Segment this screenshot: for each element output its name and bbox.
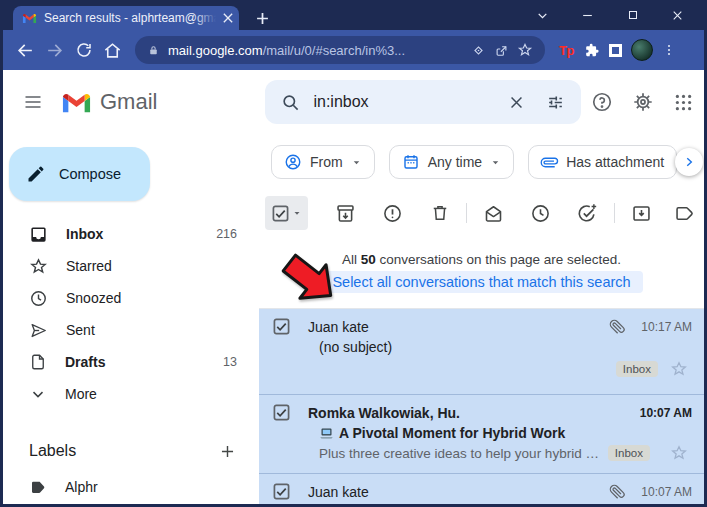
email-row[interactable]: Juan kate 10:07 AM: [259, 474, 704, 504]
extensions-puzzle-icon[interactable]: [583, 42, 600, 59]
back-icon[interactable]: [11, 36, 40, 65]
star-icon: [29, 257, 48, 276]
selection-banner-text: All 50 conversations on this page are se…: [342, 252, 621, 267]
profile-avatar[interactable]: [631, 39, 653, 61]
caret-down-icon: [351, 157, 362, 168]
home-icon[interactable]: [98, 36, 127, 65]
maximize-button[interactable]: [610, 0, 655, 30]
email-row[interactable]: Juan kate 10:17 AM (no subject) Inbox: [259, 309, 704, 395]
delete-button[interactable]: [416, 196, 463, 230]
tab-close-icon[interactable]: [223, 13, 233, 23]
compose-button[interactable]: Compose: [9, 147, 150, 201]
gmail-header: Gmail in:inbox: [3, 70, 704, 134]
paperclip-icon: [541, 154, 558, 171]
extensions-area: Tp: [559, 39, 676, 61]
attachment-icon: [609, 319, 625, 335]
row-checkbox-checked[interactable]: [273, 318, 290, 335]
move-to-button[interactable]: [618, 196, 665, 230]
attachment-icon: [609, 484, 625, 500]
select-caret-icon: [292, 208, 302, 218]
help-icon[interactable]: [591, 91, 613, 113]
email-sender: Romka Walkowiak, Hu.: [308, 405, 460, 421]
mark-as-read-button[interactable]: [470, 196, 517, 230]
google-apps-grid-icon[interactable]: [673, 92, 694, 113]
filter-chip-from[interactable]: From: [271, 145, 375, 179]
email-sender: Juan kate: [308, 484, 369, 500]
email-list: Juan kate 10:17 AM (no subject) Inbox: [259, 308, 704, 504]
tab-search-icon[interactable]: [520, 0, 565, 30]
forward-icon[interactable]: [40, 36, 69, 65]
browser-menu-icon[interactable]: [662, 42, 676, 58]
select-all-matching-link[interactable]: Select all conversations that match this…: [320, 271, 642, 293]
email-snippet: Plus three creative ideas to help your h…: [319, 446, 600, 461]
sidebar-label-alphr[interactable]: Alphr: [3, 471, 259, 503]
search-filter-chips: From Any time Has attachment: [259, 134, 704, 190]
filter-chip-anytime[interactable]: Any time: [389, 145, 514, 179]
row-checkbox-checked[interactable]: [273, 483, 290, 500]
sidebar-item-inbox[interactable]: Inbox 216: [3, 218, 259, 250]
email-row[interactable]: Romka Walkowiak, Hu. 10:07 AM A Pivotal …: [259, 395, 704, 474]
snooze-button[interactable]: [517, 196, 564, 230]
laptop-emoji-icon: [319, 427, 334, 440]
archive-button[interactable]: [322, 196, 369, 230]
sidebar-item-snoozed[interactable]: Snoozed: [3, 282, 259, 314]
tab-title: Search results - alphrteam@gmai: [44, 11, 216, 25]
email-time: 10:17 AM: [641, 320, 692, 334]
new-tab-button[interactable]: [251, 7, 273, 29]
send-icon: [29, 321, 48, 340]
email-time: 10:07 AM: [641, 485, 692, 499]
browser-tab[interactable]: Search results - alphrteam@gmai: [13, 6, 239, 30]
report-spam-button[interactable]: [369, 196, 416, 230]
caret-down-icon: [490, 157, 501, 168]
more-filters-button[interactable]: [675, 148, 703, 176]
lock-icon: [147, 44, 160, 57]
search-input[interactable]: in:inbox: [265, 80, 581, 124]
search-options-icon[interactable]: [546, 93, 565, 112]
person-icon: [284, 153, 302, 171]
email-subject: (no subject): [319, 339, 692, 355]
filter-chip-has-attachment[interactable]: Has attachment: [528, 145, 677, 179]
search-results-pane: From Any time Has attachment: [259, 134, 704, 504]
clock-icon: [29, 289, 48, 308]
url-bar[interactable]: mail.google.com/mail/u/0/#search/in%3...: [135, 36, 545, 64]
select-all-checkbox[interactable]: [265, 196, 308, 230]
share-icon[interactable]: [494, 43, 509, 58]
sidebar-item-more[interactable]: More: [3, 378, 259, 410]
row-star-icon[interactable]: [670, 444, 688, 462]
create-label-icon[interactable]: [218, 442, 237, 461]
main-menu-icon[interactable]: [23, 92, 43, 112]
sidebar-item-starred[interactable]: Starred: [3, 250, 259, 282]
gmail-logo-text: Gmail: [100, 89, 157, 115]
row-checkbox-checked[interactable]: [273, 404, 290, 421]
url-text: mail.google.com/mail/u/0/#search/in%3...: [168, 43, 463, 58]
search-icon[interactable]: [281, 93, 300, 112]
annotation-arrow-icon: [281, 250, 341, 310]
inbox-icon: [29, 225, 48, 244]
side-panel-icon[interactable]: [609, 44, 622, 57]
sidebar-item-sent[interactable]: Sent: [3, 314, 259, 346]
email-sender: Juan kate: [308, 319, 369, 335]
inbox-count: 216: [216, 227, 237, 241]
reader-mode-icon[interactable]: [471, 43, 486, 58]
list-toolbar: [259, 190, 704, 236]
minimize-button[interactable]: [565, 0, 610, 30]
gmail-sidebar: Compose Inbox 216 Starred Sno: [3, 134, 259, 504]
sidebar-item-drafts[interactable]: Drafts 13: [3, 346, 259, 378]
bookmark-star-icon[interactable]: [517, 42, 533, 58]
browser-navbar: mail.google.com/mail/u/0/#search/in%3...…: [3, 30, 704, 70]
add-to-tasks-button[interactable]: [564, 196, 611, 230]
labels-button[interactable]: [665, 196, 704, 230]
tp-extension-icon[interactable]: Tp: [559, 43, 574, 58]
row-star-icon[interactable]: [670, 360, 688, 378]
inbox-badge: Inbox: [616, 361, 658, 377]
chevron-down-icon: [29, 385, 47, 403]
compose-label: Compose: [59, 166, 121, 182]
settings-gear-icon[interactable]: [632, 91, 654, 113]
clear-search-icon[interactable]: [508, 94, 525, 111]
reload-icon[interactable]: [69, 36, 98, 65]
close-window-button[interactable]: [655, 0, 700, 30]
email-time: 10:07 AM: [640, 406, 692, 420]
search-value[interactable]: in:inbox: [313, 93, 495, 111]
header-actions: [591, 91, 698, 113]
gmail-logo[interactable]: Gmail: [61, 89, 157, 115]
